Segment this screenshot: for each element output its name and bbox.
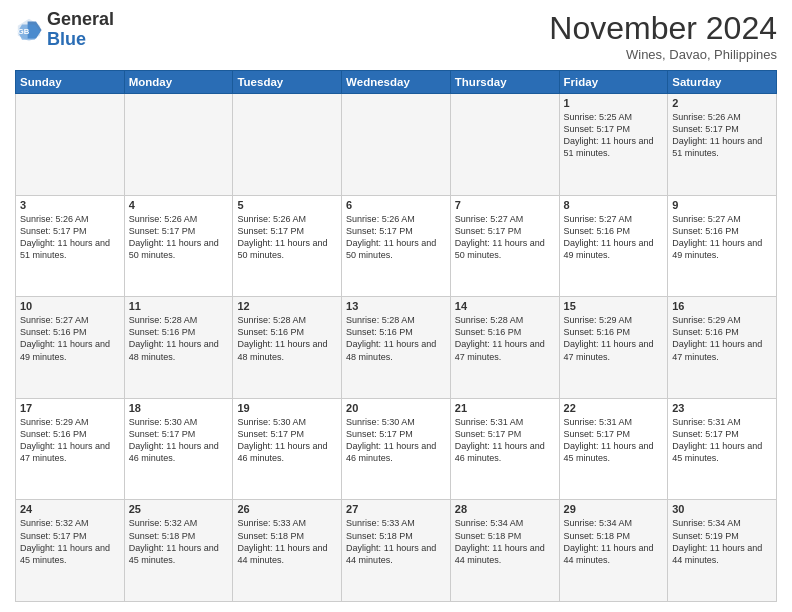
day-cell: 27Sunrise: 5:33 AMSunset: 5:18 PMDayligh…: [342, 500, 451, 602]
day-info: Sunrise: 5:29 AMSunset: 5:16 PMDaylight:…: [564, 314, 664, 363]
day-number: 2: [672, 97, 772, 109]
week-row-2: 3Sunrise: 5:26 AMSunset: 5:17 PMDaylight…: [16, 195, 777, 297]
day-cell: 25Sunrise: 5:32 AMSunset: 5:18 PMDayligh…: [124, 500, 233, 602]
page: GB General Blue November 2024 Wines, Dav…: [0, 0, 792, 612]
header: GB General Blue November 2024 Wines, Dav…: [15, 10, 777, 62]
week-row-1: 1Sunrise: 5:25 AMSunset: 5:17 PMDaylight…: [16, 94, 777, 196]
day-cell: 13Sunrise: 5:28 AMSunset: 5:16 PMDayligh…: [342, 297, 451, 399]
day-number: 17: [20, 402, 120, 414]
day-number: 19: [237, 402, 337, 414]
col-header-saturday: Saturday: [668, 71, 777, 94]
day-info: Sunrise: 5:27 AMSunset: 5:16 PMDaylight:…: [20, 314, 120, 363]
day-cell: 16Sunrise: 5:29 AMSunset: 5:16 PMDayligh…: [668, 297, 777, 399]
col-header-wednesday: Wednesday: [342, 71, 451, 94]
logo-text: General Blue: [47, 10, 114, 50]
logo-general: General: [47, 9, 114, 29]
col-header-friday: Friday: [559, 71, 668, 94]
day-info: Sunrise: 5:28 AMSunset: 5:16 PMDaylight:…: [237, 314, 337, 363]
day-cell: [233, 94, 342, 196]
day-cell: 26Sunrise: 5:33 AMSunset: 5:18 PMDayligh…: [233, 500, 342, 602]
day-info: Sunrise: 5:30 AMSunset: 5:17 PMDaylight:…: [129, 416, 229, 465]
day-cell: 24Sunrise: 5:32 AMSunset: 5:17 PMDayligh…: [16, 500, 125, 602]
day-number: 11: [129, 300, 229, 312]
day-info: Sunrise: 5:28 AMSunset: 5:16 PMDaylight:…: [455, 314, 555, 363]
day-number: 6: [346, 199, 446, 211]
day-info: Sunrise: 5:27 AMSunset: 5:16 PMDaylight:…: [564, 213, 664, 262]
day-cell: 7Sunrise: 5:27 AMSunset: 5:17 PMDaylight…: [450, 195, 559, 297]
day-cell: [124, 94, 233, 196]
day-number: 22: [564, 402, 664, 414]
day-number: 10: [20, 300, 120, 312]
col-header-thursday: Thursday: [450, 71, 559, 94]
day-cell: 15Sunrise: 5:29 AMSunset: 5:16 PMDayligh…: [559, 297, 668, 399]
day-cell: 11Sunrise: 5:28 AMSunset: 5:16 PMDayligh…: [124, 297, 233, 399]
logo-icon: GB: [15, 16, 43, 44]
day-number: 4: [129, 199, 229, 211]
day-number: 20: [346, 402, 446, 414]
day-number: 8: [564, 199, 664, 211]
day-number: 24: [20, 503, 120, 515]
week-row-3: 10Sunrise: 5:27 AMSunset: 5:16 PMDayligh…: [16, 297, 777, 399]
day-cell: 19Sunrise: 5:30 AMSunset: 5:17 PMDayligh…: [233, 398, 342, 500]
day-cell: [16, 94, 125, 196]
day-info: Sunrise: 5:27 AMSunset: 5:16 PMDaylight:…: [672, 213, 772, 262]
day-number: 16: [672, 300, 772, 312]
day-info: Sunrise: 5:34 AMSunset: 5:19 PMDaylight:…: [672, 517, 772, 566]
day-info: Sunrise: 5:26 AMSunset: 5:17 PMDaylight:…: [346, 213, 446, 262]
day-cell: 30Sunrise: 5:34 AMSunset: 5:19 PMDayligh…: [668, 500, 777, 602]
location: Wines, Davao, Philippines: [549, 47, 777, 62]
day-info: Sunrise: 5:28 AMSunset: 5:16 PMDaylight:…: [129, 314, 229, 363]
day-number: 3: [20, 199, 120, 211]
day-cell: 5Sunrise: 5:26 AMSunset: 5:17 PMDaylight…: [233, 195, 342, 297]
day-cell: 6Sunrise: 5:26 AMSunset: 5:17 PMDaylight…: [342, 195, 451, 297]
day-cell: 28Sunrise: 5:34 AMSunset: 5:18 PMDayligh…: [450, 500, 559, 602]
day-number: 18: [129, 402, 229, 414]
day-info: Sunrise: 5:26 AMSunset: 5:17 PMDaylight:…: [20, 213, 120, 262]
day-info: Sunrise: 5:26 AMSunset: 5:17 PMDaylight:…: [237, 213, 337, 262]
day-info: Sunrise: 5:30 AMSunset: 5:17 PMDaylight:…: [346, 416, 446, 465]
day-info: Sunrise: 5:33 AMSunset: 5:18 PMDaylight:…: [237, 517, 337, 566]
day-cell: 12Sunrise: 5:28 AMSunset: 5:16 PMDayligh…: [233, 297, 342, 399]
day-cell: 1Sunrise: 5:25 AMSunset: 5:17 PMDaylight…: [559, 94, 668, 196]
day-info: Sunrise: 5:29 AMSunset: 5:16 PMDaylight:…: [672, 314, 772, 363]
day-info: Sunrise: 5:25 AMSunset: 5:17 PMDaylight:…: [564, 111, 664, 160]
col-header-tuesday: Tuesday: [233, 71, 342, 94]
col-header-monday: Monday: [124, 71, 233, 94]
day-number: 9: [672, 199, 772, 211]
day-number: 1: [564, 97, 664, 109]
day-cell: [450, 94, 559, 196]
day-number: 26: [237, 503, 337, 515]
day-info: Sunrise: 5:26 AMSunset: 5:17 PMDaylight:…: [672, 111, 772, 160]
day-cell: 9Sunrise: 5:27 AMSunset: 5:16 PMDaylight…: [668, 195, 777, 297]
day-number: 29: [564, 503, 664, 515]
day-cell: [342, 94, 451, 196]
day-number: 25: [129, 503, 229, 515]
day-number: 7: [455, 199, 555, 211]
day-number: 21: [455, 402, 555, 414]
month-title: November 2024: [549, 10, 777, 47]
day-number: 27: [346, 503, 446, 515]
day-info: Sunrise: 5:29 AMSunset: 5:16 PMDaylight:…: [20, 416, 120, 465]
day-number: 5: [237, 199, 337, 211]
day-cell: 2Sunrise: 5:26 AMSunset: 5:17 PMDaylight…: [668, 94, 777, 196]
day-info: Sunrise: 5:31 AMSunset: 5:17 PMDaylight:…: [564, 416, 664, 465]
title-block: November 2024 Wines, Davao, Philippines: [549, 10, 777, 62]
day-info: Sunrise: 5:30 AMSunset: 5:17 PMDaylight:…: [237, 416, 337, 465]
day-info: Sunrise: 5:28 AMSunset: 5:16 PMDaylight:…: [346, 314, 446, 363]
day-info: Sunrise: 5:32 AMSunset: 5:18 PMDaylight:…: [129, 517, 229, 566]
logo: GB General Blue: [15, 10, 114, 50]
calendar-header-row: SundayMondayTuesdayWednesdayThursdayFrid…: [16, 71, 777, 94]
day-cell: 17Sunrise: 5:29 AMSunset: 5:16 PMDayligh…: [16, 398, 125, 500]
day-cell: 22Sunrise: 5:31 AMSunset: 5:17 PMDayligh…: [559, 398, 668, 500]
day-cell: 3Sunrise: 5:26 AMSunset: 5:17 PMDaylight…: [16, 195, 125, 297]
day-info: Sunrise: 5:27 AMSunset: 5:17 PMDaylight:…: [455, 213, 555, 262]
day-cell: 18Sunrise: 5:30 AMSunset: 5:17 PMDayligh…: [124, 398, 233, 500]
day-cell: 8Sunrise: 5:27 AMSunset: 5:16 PMDaylight…: [559, 195, 668, 297]
day-number: 13: [346, 300, 446, 312]
day-number: 23: [672, 402, 772, 414]
day-info: Sunrise: 5:31 AMSunset: 5:17 PMDaylight:…: [455, 416, 555, 465]
day-number: 12: [237, 300, 337, 312]
day-info: Sunrise: 5:32 AMSunset: 5:17 PMDaylight:…: [20, 517, 120, 566]
day-number: 14: [455, 300, 555, 312]
svg-text:GB: GB: [18, 27, 30, 36]
